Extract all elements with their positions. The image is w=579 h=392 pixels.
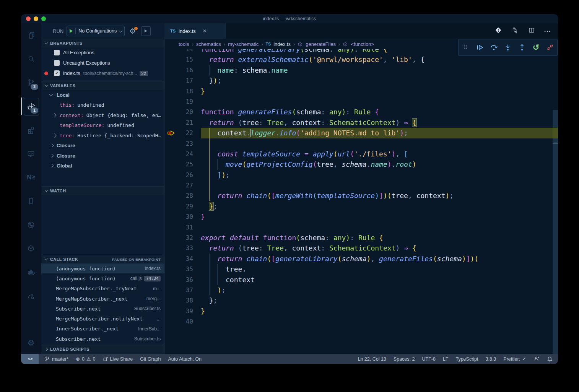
breakpoint-margin[interactable] (165, 211, 178, 222)
feedback-icon[interactable] (533, 356, 540, 362)
auto-attach-status[interactable]: Auto Attach: On (168, 356, 202, 362)
breadcrumb-item[interactable]: schematics (196, 41, 221, 47)
variable-row[interactable]: this:undefined (41, 100, 164, 111)
code-line[interactable]: 32export default function(schema: any): … (165, 233, 558, 243)
docker-icon[interactable] (21, 260, 41, 284)
code-line[interactable]: 24 const templateSource = apply(url('./f… (165, 149, 558, 159)
remote-indicator[interactable]: >< (21, 354, 39, 364)
variable-scope-row[interactable]: Local (41, 90, 164, 100)
close-window-button[interactable] (26, 16, 31, 21)
breakpoint-margin[interactable] (165, 233, 178, 243)
notifications-bell-icon[interactable] (547, 356, 553, 362)
code-line[interactable]: 20function generateFiles(schema: any): R… (165, 107, 558, 117)
bookmarks-icon[interactable] (21, 189, 41, 213)
breakpoint-margin[interactable] (165, 180, 178, 190)
git-history-icon[interactable] (21, 213, 41, 237)
breakpoint-margin[interactable] (165, 243, 178, 253)
share-export-icon[interactable] (21, 284, 41, 308)
code-line[interactable]: 28 return chain([mergeWith(templateSourc… (165, 190, 558, 201)
eol-status[interactable]: LF (443, 356, 449, 362)
restart-button[interactable]: ↺ (531, 42, 541, 52)
close-tab-icon[interactable]: ✕ (203, 28, 207, 34)
breakpoint-margin[interactable] (165, 295, 178, 306)
breakpoint-checkbox[interactable] (54, 60, 60, 66)
variable-row[interactable]: context:Object {debug: false, en… (41, 110, 164, 120)
breakpoint-margin[interactable] (165, 190, 178, 201)
code-line[interactable]: 23 (165, 138, 558, 149)
breakpoint-margin[interactable] (165, 75, 178, 86)
code-line[interactable]: 27 (165, 180, 558, 190)
call-stack-frame[interactable]: Subscriber.nextSubscriber.ts (41, 334, 164, 344)
more-actions-icon[interactable]: ··· (544, 28, 551, 34)
code-line[interactable]: 19 (165, 96, 558, 107)
code-line[interactable]: 26 ]); (165, 170, 558, 180)
code-line[interactable]: 35 tree, (165, 264, 558, 274)
code-line[interactable]: 33 return (tree: Tree, context: Schemati… (165, 243, 558, 253)
step-out-button[interactable] (517, 42, 527, 52)
breakpoint-margin[interactable] (165, 65, 178, 75)
variable-scope-row[interactable]: Global (41, 161, 164, 171)
code-line[interactable]: 40 (165, 316, 558, 327)
code-line[interactable]: 37 ); (165, 285, 558, 295)
breakpoint-margin[interactable] (165, 264, 178, 274)
continue-button[interactable] (475, 42, 485, 52)
breakpoint-dot-icon[interactable] (44, 72, 48, 75)
breakpoint-margin[interactable] (165, 285, 178, 295)
gitlens-diamond-icon[interactable] (494, 26, 503, 36)
open-debug-console-icon[interactable] (141, 26, 151, 36)
variable-scope-row[interactable]: Closure (41, 141, 164, 151)
code-line[interactable]: 15 return externalSchematic('@nrwl/works… (165, 54, 558, 65)
step-over-button[interactable] (489, 42, 499, 52)
breakpoint-margin[interactable] (165, 316, 178, 327)
breakpoint-margin[interactable] (165, 254, 178, 264)
variables-section-header[interactable]: VARIABLES (41, 81, 164, 90)
indentation-status[interactable]: Spaces: 2 (394, 356, 415, 362)
typescript-version-status[interactable]: 3.8.3 (486, 356, 496, 362)
code-line[interactable]: 18} (165, 86, 558, 96)
code-line[interactable]: 21 return (tree: Tree, context: Schemati… (165, 117, 558, 128)
watch-section-header[interactable]: WATCH (41, 186, 164, 195)
breadcrumb-item[interactable]: index.ts (273, 41, 291, 47)
code-area[interactable]: 14function generateLibrary(schema: any):… (165, 44, 558, 327)
step-into-button[interactable] (503, 42, 513, 52)
call-stack-frame[interactable]: MergeMapSubscriber._nextmerg... (41, 294, 164, 304)
encoding-status[interactable]: UTF-8 (422, 356, 435, 362)
current-debug-line[interactable]: 22 context.logger.info('adding NOTES.md … (165, 128, 558, 138)
breakpoints-section-header[interactable]: BREAKPOINTS (41, 39, 164, 47)
breadcrumb-item[interactable]: my-schematic (228, 41, 259, 47)
explorer-icon[interactable] (21, 23, 41, 47)
breakpoint-margin[interactable] (165, 149, 178, 159)
start-debug-icon[interactable] (70, 29, 73, 33)
run-debug-icon[interactable]: 1 (21, 94, 41, 118)
toolbar-drag-handle[interactable]: ⠿ (460, 42, 470, 52)
breakpoint-margin[interactable] (165, 222, 178, 233)
variable-row[interactable]: tree:HostTree {_backend: ScopedH… (41, 130, 164, 141)
breakpoint-margin[interactable] (165, 96, 178, 107)
breakpoint-checkbox[interactable]: ✓ (54, 70, 60, 76)
problems-status[interactable]: ⊗0 ⚠0 (76, 356, 95, 362)
extensions-icon[interactable] (21, 118, 41, 142)
nx-console-icon[interactable]: N≥ (21, 166, 41, 189)
editor-scrollbar[interactable] (553, 110, 558, 354)
breakpoint-row[interactable]: All Exceptions (41, 47, 164, 58)
code-line[interactable]: 29 }; (165, 201, 558, 211)
disconnect-button[interactable] (545, 42, 555, 52)
split-editor-icon[interactable] (528, 26, 535, 36)
debug-position-icon[interactable] (165, 128, 178, 138)
code-line[interactable]: 38 }; (165, 295, 558, 306)
variable-scope-row[interactable]: Closure (41, 151, 164, 161)
breakpoint-margin[interactable] (165, 275, 178, 285)
breadcrumb-item[interactable]: tools (179, 41, 189, 47)
breakpoint-margin[interactable] (165, 54, 178, 65)
git-graph-status[interactable]: Git Graph (140, 356, 161, 362)
code-line[interactable]: 39} (165, 306, 558, 316)
breakpoint-checkbox[interactable] (54, 50, 60, 55)
code-line[interactable]: 36 context (165, 275, 558, 285)
breakpoint-margin[interactable] (165, 201, 178, 211)
call-stack-frame[interactable]: InnerSubscriber._nextInnerSub... (41, 324, 164, 334)
loaded-scripts-section-header[interactable]: LOADED SCRIPTS (41, 344, 164, 354)
breakpoint-margin[interactable] (165, 159, 178, 169)
call-stack-frame[interactable]: (anonymous function)call.js74:24 (41, 273, 164, 283)
code-line[interactable]: 17 }); (165, 75, 558, 86)
breakpoint-row[interactable]: ✓index.tstools/schematics/my-sch...22 (41, 68, 164, 78)
